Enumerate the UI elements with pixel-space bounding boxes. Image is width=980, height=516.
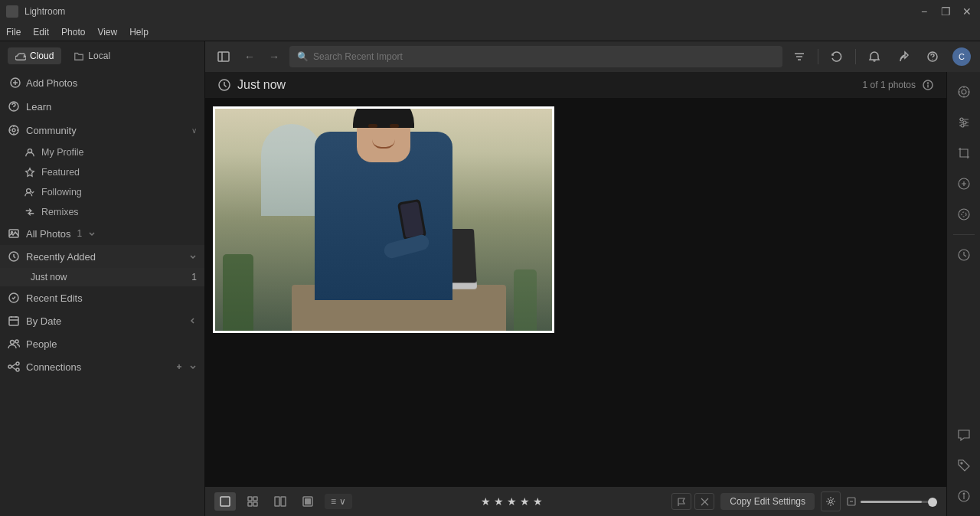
heal-icon bbox=[957, 177, 971, 191]
info-panel-icon bbox=[957, 489, 971, 503]
sort-arrow: ∨ bbox=[339, 496, 346, 507]
title-bar: Lightroom − ❐ ✕ bbox=[0, 0, 980, 23]
svg-rect-11 bbox=[9, 317, 18, 325]
svg-point-12 bbox=[11, 341, 15, 345]
star-4[interactable]: ★ bbox=[520, 495, 530, 508]
content-count: 1 of 1 photos bbox=[863, 80, 916, 90]
undo-button[interactable] bbox=[826, 46, 848, 67]
info-panel-button[interactable] bbox=[950, 482, 978, 510]
calendar-icon bbox=[8, 315, 20, 327]
comment-button[interactable] bbox=[950, 421, 978, 449]
local-button[interactable]: Local bbox=[66, 47, 118, 64]
filter-button[interactable] bbox=[789, 46, 810, 67]
healing-button[interactable] bbox=[950, 170, 978, 198]
zoom-track[interactable] bbox=[861, 501, 937, 503]
sidebar-item-all-photos[interactable]: All Photos 1 bbox=[0, 222, 204, 245]
cloud-button[interactable]: Cloud bbox=[8, 47, 61, 64]
panel-toggle-button[interactable] bbox=[213, 46, 234, 67]
view-compare-button[interactable] bbox=[270, 492, 291, 511]
star-1[interactable]: ★ bbox=[481, 495, 491, 508]
app-title: Lightroom bbox=[24, 6, 911, 17]
history-button[interactable] bbox=[950, 241, 978, 269]
zoom-slider bbox=[847, 497, 937, 506]
sidebar-item-learn[interactable]: Learn bbox=[0, 95, 204, 118]
sort-button[interactable]: ≡ ∨ bbox=[325, 494, 352, 509]
flag-buttons bbox=[671, 493, 714, 510]
view-grid-button[interactable] bbox=[242, 492, 263, 511]
star-3[interactable]: ★ bbox=[507, 495, 517, 508]
svg-point-6 bbox=[27, 189, 31, 193]
masking-button[interactable] bbox=[950, 201, 978, 228]
bottom-toolbar: ≡ ∨ ★ ★ ★ ★ ★ bbox=[205, 486, 946, 516]
sidebar-item-just-now[interactable]: Just now 1 bbox=[0, 268, 204, 286]
compare-view-icon bbox=[274, 495, 286, 508]
toolbar-divider-1 bbox=[818, 49, 818, 64]
sidebar-item-remixes[interactable]: Remixes bbox=[0, 202, 204, 222]
help-button[interactable] bbox=[922, 46, 943, 67]
svg-point-41 bbox=[959, 209, 969, 220]
history-icon bbox=[957, 248, 971, 262]
share-icon bbox=[897, 51, 910, 63]
filter-icon bbox=[793, 51, 805, 63]
sidebar-item-people[interactable]: People bbox=[0, 332, 204, 355]
close-button[interactable]: ✕ bbox=[960, 5, 974, 18]
notifications-button[interactable] bbox=[864, 46, 885, 67]
sidebar-item-following[interactable]: Following bbox=[0, 182, 204, 202]
info-icon bbox=[922, 79, 934, 91]
toolbar-right: C bbox=[789, 46, 972, 67]
minimize-button[interactable]: − bbox=[917, 5, 931, 18]
crop-button[interactable] bbox=[950, 139, 978, 167]
menu-photo[interactable]: Photo bbox=[61, 27, 85, 38]
sidebar-item-community[interactable]: Community ∨ bbox=[0, 118, 204, 142]
star-5[interactable]: ★ bbox=[533, 495, 543, 508]
restore-button[interactable]: ❐ bbox=[939, 5, 952, 18]
svg-point-15 bbox=[16, 362, 19, 365]
edit-icon bbox=[8, 292, 20, 304]
sidebar-item-featured[interactable]: Featured bbox=[0, 162, 204, 182]
account-icon: C bbox=[952, 47, 971, 66]
copy-settings-gear-button[interactable] bbox=[821, 492, 841, 511]
right-panel bbox=[946, 72, 980, 516]
svg-rect-29 bbox=[275, 497, 279, 506]
svg-point-33 bbox=[829, 500, 832, 503]
svg-rect-25 bbox=[248, 497, 252, 501]
edit-button[interactable] bbox=[950, 109, 978, 136]
menu-help[interactable]: Help bbox=[129, 27, 149, 38]
sidebar-item-my-profile[interactable]: My Profile bbox=[0, 142, 204, 162]
back-button[interactable]: ← bbox=[240, 47, 259, 66]
menu-view[interactable]: View bbox=[97, 27, 117, 38]
view-detail-button[interactable] bbox=[297, 492, 318, 511]
add-photos-button[interactable]: Add Photos bbox=[0, 70, 204, 95]
bell-icon bbox=[868, 51, 880, 63]
svg-rect-24 bbox=[220, 497, 230, 506]
zoom-thumb[interactable] bbox=[928, 498, 937, 507]
all-photos-chevron-icon bbox=[88, 230, 96, 237]
menu-file[interactable]: File bbox=[6, 27, 21, 38]
sidebar-item-connections[interactable]: Connections bbox=[0, 355, 204, 378]
search-input[interactable] bbox=[313, 51, 775, 62]
recently-added-chevron-icon bbox=[189, 253, 197, 260]
tag-button[interactable] bbox=[950, 452, 978, 479]
by-date-chevron-icon bbox=[189, 317, 197, 325]
forward-button[interactable]: → bbox=[265, 47, 283, 66]
svg-text:C: C bbox=[959, 52, 965, 61]
histogram-button[interactable] bbox=[950, 78, 978, 106]
svg-point-13 bbox=[15, 340, 18, 343]
svg-rect-28 bbox=[253, 502, 257, 506]
storage-toggle: Cloud Local bbox=[0, 41, 204, 70]
account-button[interactable]: C bbox=[951, 46, 972, 67]
menu-edit[interactable]: Edit bbox=[33, 27, 49, 38]
sidebar-item-by-date[interactable]: By Date bbox=[0, 309, 204, 332]
reject-button[interactable] bbox=[694, 493, 714, 510]
copy-edit-settings-button[interactable]: Copy Edit Settings bbox=[720, 493, 815, 510]
sidebar-item-recent-edits[interactable]: Recent Edits bbox=[0, 286, 204, 309]
view-single-button[interactable] bbox=[214, 492, 236, 511]
menu-bar: File Edit Photo View Help bbox=[0, 23, 980, 41]
photos-icon bbox=[8, 227, 20, 240]
flag-button[interactable] bbox=[671, 493, 691, 510]
photo-thumb-selected[interactable] bbox=[213, 106, 554, 333]
share-button[interactable] bbox=[893, 46, 914, 67]
star-2[interactable]: ★ bbox=[494, 495, 504, 508]
sidebar-item-recently-added[interactable]: Recently Added bbox=[0, 245, 204, 268]
content-title: Just now bbox=[237, 78, 857, 92]
